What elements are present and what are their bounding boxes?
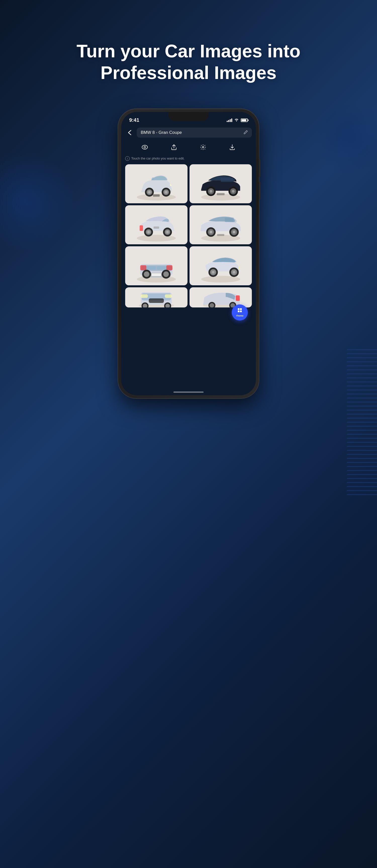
svg-rect-83	[238, 308, 240, 310]
svg-point-55	[163, 271, 169, 277]
svg-point-2	[202, 147, 204, 148]
svg-rect-32	[153, 226, 159, 229]
theme-fab-icon	[237, 308, 242, 314]
bg-glow-right	[314, 101, 377, 176]
car-card-8[interactable]	[190, 287, 252, 307]
svg-point-17	[210, 190, 212, 193]
theme-fab-label: Theme	[236, 314, 243, 317]
eye-button[interactable]	[139, 142, 150, 153]
edit-icon[interactable]	[244, 130, 248, 135]
home-indicator	[173, 392, 204, 393]
signal-icon	[227, 119, 232, 122]
svg-point-38	[210, 231, 212, 234]
svg-rect-86	[240, 310, 242, 312]
svg-point-41	[233, 231, 236, 234]
svg-rect-25	[140, 226, 142, 228]
svg-point-64	[233, 271, 236, 274]
svg-rect-35	[225, 217, 234, 222]
car-card-1[interactable]	[125, 164, 187, 203]
car-card-4[interactable]	[190, 205, 252, 244]
svg-rect-85	[238, 310, 240, 312]
phone-notch	[168, 112, 209, 121]
settings-button[interactable]	[198, 142, 209, 153]
share-button[interactable]	[168, 142, 179, 153]
svg-point-0	[142, 145, 147, 149]
toolbar	[125, 142, 252, 153]
svg-rect-49	[140, 265, 146, 270]
page-header: Turn your Car Images into Professional I…	[0, 0, 377, 104]
info-icon: i	[125, 156, 130, 161]
svg-rect-42	[217, 234, 225, 236]
info-message: Touch the car photo you want to edit.	[131, 156, 184, 160]
app-content: BMW 8 - Gran Coupe	[121, 125, 256, 395]
car-card-3[interactable]	[125, 205, 187, 244]
svg-rect-14	[221, 178, 233, 182]
battery-icon	[241, 119, 248, 122]
svg-point-23	[137, 235, 176, 242]
svg-rect-70	[141, 294, 148, 298]
back-button[interactable]	[125, 128, 134, 137]
svg-point-1	[144, 146, 146, 148]
svg-rect-50	[166, 265, 172, 270]
car-card-7[interactable]	[125, 287, 187, 307]
wifi-icon	[234, 118, 239, 123]
svg-point-7	[148, 191, 151, 193]
bg-glow-left	[0, 151, 75, 252]
svg-point-61	[212, 271, 215, 274]
svg-point-10	[165, 191, 167, 193]
car-card-6[interactable]	[190, 246, 252, 285]
svg-point-31	[166, 231, 169, 234]
svg-rect-71	[165, 294, 172, 298]
svg-rect-11	[153, 194, 160, 196]
car-grid	[125, 164, 252, 307]
svg-point-28	[147, 231, 150, 234]
svg-rect-56	[151, 273, 161, 276]
svg-point-53	[144, 271, 149, 277]
info-text: i Touch the car photo you want to edit.	[125, 156, 252, 161]
phone-outer: 9:41	[118, 109, 259, 398]
status-icons	[227, 118, 248, 123]
svg-rect-78	[236, 296, 240, 301]
phone-mockup: 9:41	[118, 109, 259, 398]
nav-title: BMW 8 - Gran Coupe	[141, 130, 182, 135]
svg-rect-21	[217, 193, 225, 195]
nav-bar: BMW 8 - Gran Coupe	[125, 128, 252, 137]
page-title: Turn your Car Images into Professional I…	[25, 40, 352, 84]
nav-title-container: BMW 8 - Gran Coupe	[137, 128, 252, 137]
phone-inner: 9:41	[121, 112, 256, 395]
svg-rect-84	[240, 308, 242, 310]
car-card-2[interactable]	[190, 164, 252, 203]
download-button[interactable]	[227, 142, 238, 153]
svg-rect-69	[149, 299, 164, 303]
status-time: 9:41	[129, 117, 139, 123]
svg-point-20	[232, 190, 235, 193]
theme-fab-button[interactable]: Theme	[232, 304, 248, 320]
car-card-5[interactable]	[125, 246, 187, 285]
